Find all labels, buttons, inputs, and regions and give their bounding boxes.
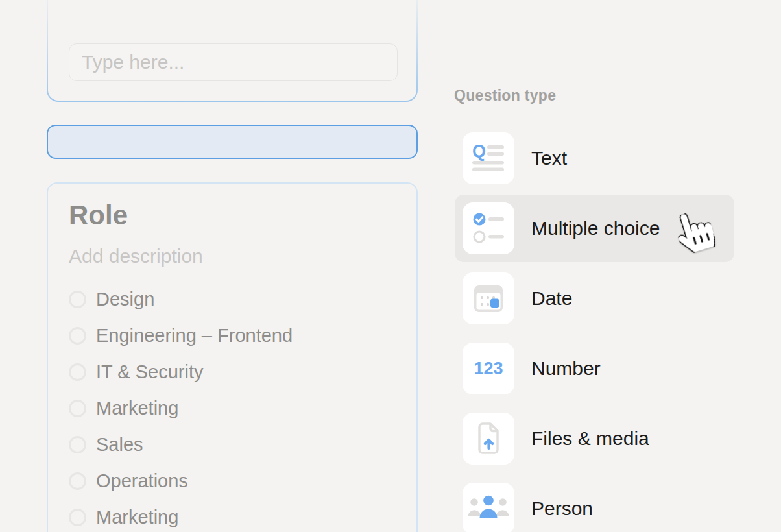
- radio-icon[interactable]: [69, 327, 86, 345]
- text-question-block-body: [48, 0, 416, 101]
- radio-icon[interactable]: [69, 400, 86, 417]
- radio-icon[interactable]: [69, 291, 86, 308]
- option-row[interactable]: IT & Security: [69, 354, 416, 390]
- answer-text-input[interactable]: [69, 43, 398, 81]
- question-type-list: Q Text Multiple choice: [455, 125, 734, 532]
- files-media-icon: [463, 413, 514, 465]
- option-row[interactable]: Sales: [69, 426, 416, 463]
- option-list: Design Engineering – Frontend IT & Secur…: [69, 281, 416, 532]
- svg-text:Q: Q: [472, 141, 486, 161]
- radio-icon[interactable]: [69, 363, 86, 381]
- question-type-label: Number: [531, 357, 601, 380]
- option-label: Design: [96, 288, 154, 311]
- multiple-choice-icon: [463, 202, 514, 254]
- svg-text:123: 123: [474, 359, 503, 378]
- text-question-icon: Q: [463, 132, 514, 184]
- question-type-label: Multiple choice: [531, 217, 660, 240]
- option-row[interactable]: Design: [69, 281, 416, 317]
- role-question-card: Role Add description Design Engineering …: [47, 182, 418, 532]
- question-type-heading: Question type: [454, 87, 556, 104]
- question-type-label: Text: [531, 147, 567, 170]
- form-builder-screen: Role Add description Design Engineering …: [0, 0, 781, 532]
- option-label: IT & Security: [96, 361, 203, 383]
- question-title[interactable]: Role: [69, 199, 416, 232]
- question-type-item-date[interactable]: Date: [455, 265, 734, 332]
- option-label: Marketing: [96, 506, 178, 529]
- option-row[interactable]: Marketing: [69, 499, 416, 532]
- radio-icon[interactable]: [69, 472, 86, 490]
- question-type-item-multiple-choice[interactable]: Multiple choice: [455, 195, 734, 262]
- option-row[interactable]: Marketing: [69, 390, 416, 426]
- question-type-item-files-media[interactable]: Files & media: [455, 405, 734, 472]
- option-label: Sales: [96, 433, 143, 456]
- question-type-label: Date: [531, 287, 572, 310]
- radio-icon[interactable]: [69, 436, 86, 453]
- number-icon: 123: [463, 343, 514, 394]
- question-type-label: Person: [531, 497, 593, 520]
- date-icon: [463, 272, 514, 324]
- radio-icon[interactable]: [69, 509, 86, 526]
- option-row[interactable]: Operations: [69, 463, 416, 499]
- option-label: Marketing: [96, 397, 178, 420]
- question-type-item-number[interactable]: 123 Number: [455, 335, 734, 402]
- question-type-label: Files & media: [531, 427, 649, 450]
- person-icon: [463, 483, 514, 532]
- option-label: Engineering – Frontend: [96, 324, 293, 347]
- option-label: Operations: [96, 470, 188, 492]
- question-type-item-person[interactable]: Person: [455, 475, 734, 532]
- text-question-block: [47, 0, 418, 102]
- question-description-placeholder[interactable]: Add description: [69, 245, 416, 268]
- option-row[interactable]: Engineering – Frontend: [69, 317, 416, 354]
- question-type-item-text[interactable]: Q Text: [455, 125, 734, 192]
- selected-empty-block[interactable]: [47, 125, 418, 159]
